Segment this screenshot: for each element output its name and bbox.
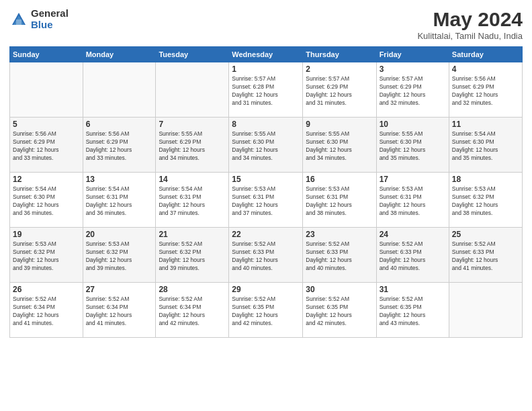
- logo-icon: [9, 10, 28, 29]
- day-info: Sunrise: 5:52 AMSunset: 6:35 PMDaylight:…: [306, 295, 373, 328]
- day-info: Sunrise: 5:52 AMSunset: 6:34 PMDaylight:…: [13, 295, 80, 328]
- day-number: 18: [452, 175, 519, 184]
- day-number: 14: [159, 175, 226, 184]
- day-info: Sunrise: 5:54 AMSunset: 6:31 PMDaylight:…: [86, 185, 153, 218]
- day-info: Sunrise: 5:52 AMSunset: 6:34 PMDaylight:…: [86, 295, 153, 328]
- day-info: Sunrise: 5:53 AMSunset: 6:31 PMDaylight:…: [306, 185, 373, 218]
- calendar-cell: 2Sunrise: 5:57 AMSunset: 6:29 PMDaylight…: [303, 62, 376, 118]
- day-number: 21: [159, 230, 226, 239]
- header-friday: Friday: [376, 47, 449, 62]
- title-section: May 2024 Kulittalai, Tamil Nadu, India: [417, 8, 523, 41]
- day-number: 4: [452, 64, 519, 74]
- month-title: May 2024: [417, 8, 523, 31]
- calendar-cell: 21Sunrise: 5:52 AMSunset: 6:32 PMDayligh…: [156, 228, 229, 283]
- day-info: Sunrise: 5:57 AMSunset: 6:29 PMDaylight:…: [380, 75, 446, 107]
- calendar-cell: 8Sunrise: 5:55 AMSunset: 6:30 PMDaylight…: [229, 118, 303, 173]
- day-number: 23: [306, 230, 373, 239]
- day-info: Sunrise: 5:53 AMSunset: 6:32 PMDaylight:…: [86, 240, 153, 273]
- calendar-cell: 14Sunrise: 5:54 AMSunset: 6:31 PMDayligh…: [156, 173, 229, 228]
- calendar-cell: 4Sunrise: 5:56 AMSunset: 6:29 PMDaylight…: [449, 62, 522, 118]
- day-info: Sunrise: 5:52 AMSunset: 6:35 PMDaylight:…: [380, 295, 446, 328]
- calendar-cell: 22Sunrise: 5:52 AMSunset: 6:33 PMDayligh…: [229, 228, 303, 283]
- day-number: 7: [159, 120, 226, 129]
- calendar-cell: 7Sunrise: 5:55 AMSunset: 6:29 PMDaylight…: [156, 118, 229, 173]
- day-number: 1: [232, 64, 300, 74]
- day-number: 17: [380, 175, 446, 184]
- header-thursday: Thursday: [303, 47, 376, 62]
- calendar-cell: 26Sunrise: 5:52 AMSunset: 6:34 PMDayligh…: [10, 283, 83, 338]
- day-number: 19: [13, 230, 80, 239]
- page: General Blue May 2024 Kulittalai, Tamil …: [0, 0, 532, 411]
- day-number: 16: [306, 175, 373, 184]
- day-number: 30: [306, 285, 373, 294]
- calendar-cell: 30Sunrise: 5:52 AMSunset: 6:35 PMDayligh…: [303, 283, 376, 338]
- calendar-cell: [156, 62, 229, 118]
- day-number: 20: [86, 230, 153, 239]
- calendar-cell: 17Sunrise: 5:53 AMSunset: 6:31 PMDayligh…: [376, 173, 449, 228]
- calendar-cell: [10, 62, 83, 118]
- day-info: Sunrise: 5:52 AMSunset: 6:33 PMDaylight:…: [452, 240, 519, 273]
- day-info: Sunrise: 5:52 AMSunset: 6:33 PMDaylight:…: [306, 240, 373, 273]
- day-number: 27: [86, 285, 153, 294]
- calendar-cell: 18Sunrise: 5:53 AMSunset: 6:32 PMDayligh…: [449, 173, 522, 228]
- day-number: 10: [380, 120, 446, 129]
- logo-blue-text: Blue: [31, 19, 69, 31]
- header: General Blue May 2024 Kulittalai, Tamil …: [9, 8, 523, 41]
- day-info: Sunrise: 5:55 AMSunset: 6:30 PMDaylight:…: [380, 130, 446, 163]
- calendar-cell: 5Sunrise: 5:56 AMSunset: 6:29 PMDaylight…: [10, 118, 83, 173]
- day-info: Sunrise: 5:54 AMSunset: 6:31 PMDaylight:…: [159, 185, 226, 218]
- day-info: Sunrise: 5:53 AMSunset: 6:31 PMDaylight:…: [232, 185, 300, 218]
- day-info: Sunrise: 5:52 AMSunset: 6:34 PMDaylight:…: [159, 295, 226, 328]
- day-info: Sunrise: 5:54 AMSunset: 6:30 PMDaylight:…: [13, 185, 80, 218]
- header-tuesday: Tuesday: [156, 47, 229, 62]
- day-info: Sunrise: 5:53 AMSunset: 6:32 PMDaylight:…: [452, 185, 519, 218]
- calendar-body: 1Sunrise: 5:57 AMSunset: 6:28 PMDaylight…: [10, 62, 523, 338]
- day-info: Sunrise: 5:55 AMSunset: 6:30 PMDaylight:…: [232, 130, 300, 163]
- calendar-cell: 1Sunrise: 5:57 AMSunset: 6:28 PMDaylight…: [229, 62, 303, 118]
- calendar-cell: 6Sunrise: 5:56 AMSunset: 6:29 PMDaylight…: [83, 118, 156, 173]
- calendar-table: SundayMondayTuesdayWednesdayThursdayFrid…: [9, 46, 523, 338]
- day-number: 3: [380, 64, 446, 74]
- day-info: Sunrise: 5:54 AMSunset: 6:30 PMDaylight:…: [452, 130, 519, 163]
- calendar-cell: 10Sunrise: 5:55 AMSunset: 6:30 PMDayligh…: [376, 118, 449, 173]
- calendar-cell: 20Sunrise: 5:53 AMSunset: 6:32 PMDayligh…: [83, 228, 156, 283]
- calendar-cell: 19Sunrise: 5:53 AMSunset: 6:32 PMDayligh…: [10, 228, 83, 283]
- day-number: 5: [13, 120, 80, 129]
- calendar-cell: 24Sunrise: 5:52 AMSunset: 6:33 PMDayligh…: [376, 228, 449, 283]
- day-number: 2: [306, 64, 373, 74]
- day-info: Sunrise: 5:56 AMSunset: 6:29 PMDaylight:…: [452, 75, 519, 107]
- day-info: Sunrise: 5:56 AMSunset: 6:29 PMDaylight:…: [13, 130, 80, 163]
- calendar-cell: 23Sunrise: 5:52 AMSunset: 6:33 PMDayligh…: [303, 228, 376, 283]
- day-info: Sunrise: 5:52 AMSunset: 6:32 PMDaylight:…: [159, 240, 226, 273]
- header-saturday: Saturday: [449, 47, 522, 62]
- day-info: Sunrise: 5:55 AMSunset: 6:30 PMDaylight:…: [306, 130, 373, 163]
- svg-rect-2: [16, 19, 21, 25]
- calendar-cell: 28Sunrise: 5:52 AMSunset: 6:34 PMDayligh…: [156, 283, 229, 338]
- calendar-week-2: 5Sunrise: 5:56 AMSunset: 6:29 PMDaylight…: [10, 118, 523, 173]
- calendar-cell: 15Sunrise: 5:53 AMSunset: 6:31 PMDayligh…: [229, 173, 303, 228]
- day-info: Sunrise: 5:52 AMSunset: 6:35 PMDaylight:…: [232, 295, 300, 328]
- day-number: 12: [13, 175, 80, 184]
- logo-text: General Blue: [31, 8, 69, 30]
- day-info: Sunrise: 5:56 AMSunset: 6:29 PMDaylight:…: [86, 130, 153, 163]
- calendar-cell: 27Sunrise: 5:52 AMSunset: 6:34 PMDayligh…: [83, 283, 156, 338]
- day-info: Sunrise: 5:57 AMSunset: 6:29 PMDaylight:…: [306, 75, 373, 107]
- calendar-header: SundayMondayTuesdayWednesdayThursdayFrid…: [10, 47, 523, 62]
- day-info: Sunrise: 5:57 AMSunset: 6:28 PMDaylight:…: [232, 75, 300, 107]
- calendar-cell: [83, 62, 156, 118]
- calendar-cell: 11Sunrise: 5:54 AMSunset: 6:30 PMDayligh…: [449, 118, 522, 173]
- day-info: Sunrise: 5:53 AMSunset: 6:31 PMDaylight:…: [380, 185, 446, 218]
- header-row: SundayMondayTuesdayWednesdayThursdayFrid…: [10, 47, 523, 62]
- day-info: Sunrise: 5:53 AMSunset: 6:32 PMDaylight:…: [13, 240, 80, 273]
- calendar-cell: 25Sunrise: 5:52 AMSunset: 6:33 PMDayligh…: [449, 228, 522, 283]
- calendar-cell: [449, 283, 522, 338]
- header-wednesday: Wednesday: [229, 47, 303, 62]
- calendar-week-1: 1Sunrise: 5:57 AMSunset: 6:28 PMDaylight…: [10, 62, 523, 118]
- day-number: 28: [159, 285, 226, 294]
- day-info: Sunrise: 5:55 AMSunset: 6:29 PMDaylight:…: [159, 130, 226, 163]
- day-number: 22: [232, 230, 300, 239]
- day-number: 29: [232, 285, 300, 294]
- day-number: 15: [232, 175, 300, 184]
- day-info: Sunrise: 5:52 AMSunset: 6:33 PMDaylight:…: [380, 240, 446, 273]
- location-subtitle: Kulittalai, Tamil Nadu, India: [417, 31, 523, 41]
